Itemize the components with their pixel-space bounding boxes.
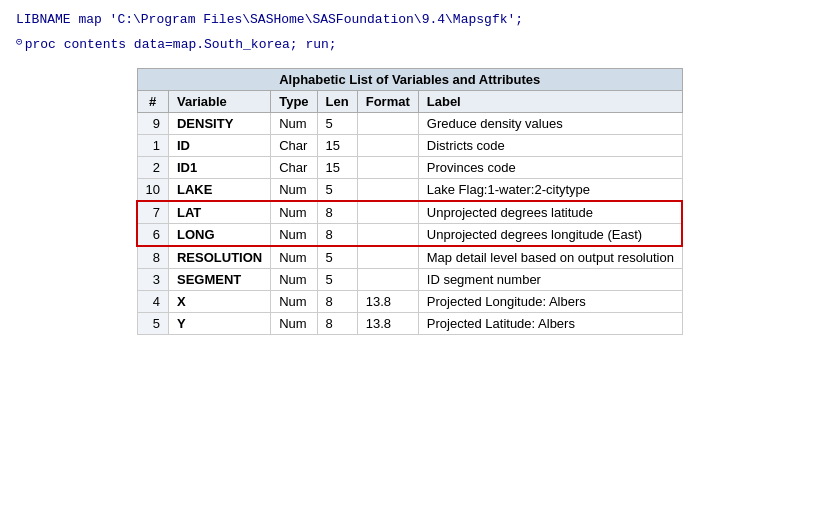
col-header-type: Type xyxy=(271,90,317,112)
table-row: 3SEGMENTNum5ID segment number xyxy=(137,268,682,290)
collapse-icon[interactable]: ⊝ xyxy=(16,35,23,48)
variable-name: RESOLUTION xyxy=(168,246,270,269)
col-header-format: Format xyxy=(357,90,418,112)
table-row: 4XNum813.8Projected Longitude: Albers xyxy=(137,290,682,312)
col-header-variable: Variable xyxy=(168,90,270,112)
col-header-label: Label xyxy=(418,90,682,112)
table-container: Alphabetic List of Variables and Attribu… xyxy=(136,68,819,335)
col-header-#: # xyxy=(137,90,168,112)
variable-name: DENSITY xyxy=(168,112,270,134)
proc-statement: proc contents data=map.South_korea; run; xyxy=(25,35,337,56)
variable-name: ID1 xyxy=(168,156,270,178)
variable-name: LAT xyxy=(168,201,270,224)
table-row: 6LONGNum8Unprojected degrees longitude (… xyxy=(137,223,682,246)
table-row: 9DENSITYNum5Greduce density values xyxy=(137,112,682,134)
table-row: 7LATNum8Unprojected degrees latitude xyxy=(137,201,682,224)
variable-name: LAKE xyxy=(168,178,270,201)
libname-statement: LIBNAME map 'C:\Program Files\SASHome\SA… xyxy=(16,12,523,27)
code-line1: LIBNAME map 'C:\Program Files\SASHome\SA… xyxy=(16,10,819,31)
table-row: 8RESOLUTIONNum5Map detail level based on… xyxy=(137,246,682,269)
col-header-len: Len xyxy=(317,90,357,112)
variable-name: SEGMENT xyxy=(168,268,270,290)
table-row: 10LAKENum5Lake Flag:1-water:2-citytype xyxy=(137,178,682,201)
variable-name: X xyxy=(168,290,270,312)
variable-name: ID xyxy=(168,134,270,156)
variable-name: Y xyxy=(168,312,270,334)
table-row: 2ID1Char15Provinces code xyxy=(137,156,682,178)
variable-name: LONG xyxy=(168,223,270,246)
variables-table: Alphabetic List of Variables and Attribu… xyxy=(136,68,683,335)
proc-contents-statement: proc contents data=map.South_korea; run; xyxy=(25,37,337,52)
code-line2: ⊝ proc contents data=map.South_korea; ru… xyxy=(16,35,819,60)
table-title: Alphabetic List of Variables and Attribu… xyxy=(137,68,682,90)
table-row: 5YNum813.8Projected Latitude: Albers xyxy=(137,312,682,334)
table-row: 1IDChar15Districts code xyxy=(137,134,682,156)
